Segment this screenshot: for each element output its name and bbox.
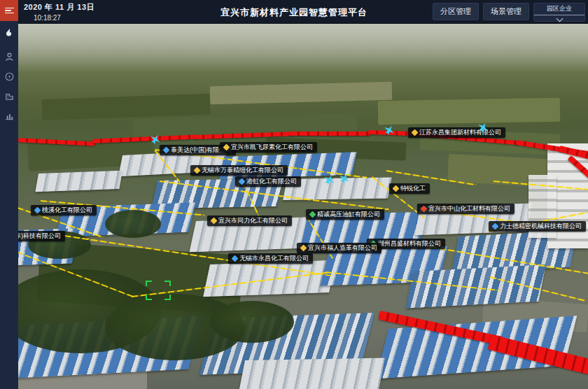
left-toolbar (0, 0, 18, 389)
sidebar-item-alarm[interactable] (0, 25, 18, 41)
company-label[interactable]: 宜兴市中山化工材料有限公司 (417, 204, 514, 214)
field-patch (378, 98, 561, 125)
company-label[interactable]: 无锡市永昌化工有限公司 (228, 253, 313, 264)
company-label[interactable]: 桃溪化工有限公司 (31, 205, 97, 215)
company-label-text: 无锡市永昌化工有限公司 (239, 255, 309, 262)
company-label-text: 特锐化工 (400, 185, 426, 192)
factory-icon (4, 91, 15, 101)
company-marker-icon (421, 206, 428, 213)
company-marker-icon (492, 223, 499, 230)
company-label[interactable]: 江苏永昌集团新材料有限公司 (408, 127, 505, 138)
company-label-text: 江苏永昌集团新材料有限公司 (419, 129, 501, 136)
company-label-text: 精诚高压油缸有限公司 (317, 211, 380, 218)
sidebar-item-statistics[interactable] (0, 108, 18, 123)
company-label-text: 宜兴市凯飞尿素化工有限公司 (231, 144, 313, 150)
company-marker-icon (194, 167, 201, 174)
park-enterprise-dropdown[interactable]: 园区企业 (533, 3, 585, 22)
company-label[interactable]: 特锐化工 (389, 183, 430, 194)
selection-corner (164, 295, 171, 300)
bar-chart-icon (4, 111, 15, 121)
person-icon (4, 52, 15, 62)
company-label[interactable]: 宜兴市福人造革有限公司 (297, 243, 382, 253)
company-label[interactable]: 宜兴市凯飞尿素化工有限公司 (220, 142, 317, 153)
sidebar-item-enterprise[interactable] (0, 88, 18, 104)
company-label-text: 力士德精密机械科技有限公司 (500, 223, 582, 229)
selection-target-box[interactable] (146, 281, 171, 300)
company-marker-icon (393, 185, 400, 192)
company-label-text: 桃溪化工有限公司 (42, 207, 92, 213)
company-label[interactable]: 精诚高压油缸有限公司 (306, 209, 384, 220)
company-label[interactable]: 港虹化工有限公司 (235, 176, 301, 187)
sidebar-item-personnel[interactable] (0, 49, 18, 64)
company-label[interactable]: 力士德精密机械科技有限公司 (489, 221, 586, 232)
top-header: 2020 年 11 月 13日 10:18:27 宜兴市新材料产业园智慧管理平台… (0, 0, 588, 24)
company-marker-icon (211, 218, 218, 225)
hamburger-icon (5, 8, 14, 14)
energy-circle-icon (4, 71, 15, 82)
horizon-haze (18, 24, 588, 73)
dropdown-label: 园区企业 (534, 3, 584, 15)
company-label-text: 宜兴市福人造革有限公司 (308, 245, 377, 251)
field-patch (210, 82, 393, 105)
tree-canopy (105, 210, 161, 238)
company-label-text: 潮州昌盛材料有限公司 (378, 241, 441, 247)
tree-canopy (210, 301, 294, 343)
sidebar-item-energy[interactable] (0, 69, 18, 84)
company-marker-icon (34, 207, 41, 214)
zone-manage-button[interactable]: 分区管理 (433, 3, 479, 20)
building-cluster (239, 358, 385, 389)
flame-icon (4, 28, 15, 38)
traffic-ribbon-red (290, 132, 370, 136)
company-marker-icon (232, 255, 239, 262)
field-patch (42, 94, 211, 120)
company-marker-icon (223, 144, 230, 151)
company-marker-icon (412, 129, 419, 136)
company-label-text: 宜兴市同力化工有限公司 (218, 218, 288, 224)
company-marker-icon (300, 245, 307, 252)
company-label-text: 港虹化工有限公司 (246, 178, 297, 185)
selection-corner (146, 281, 152, 286)
company-label[interactable]: 宜兴市同力化工有限公司 (207, 215, 292, 226)
chevron-down-icon (556, 15, 563, 22)
company-label-text: 宜兴市中山化工材料有限公司 (428, 206, 510, 212)
selection-corner (146, 295, 152, 300)
company-label-text: 无锡市万泰精细化工有限公司 (202, 167, 284, 174)
building-cluster (35, 171, 122, 192)
company-marker-icon (239, 178, 246, 185)
selection-corner (164, 281, 171, 286)
sidebar-item-menu[interactable] (0, 0, 18, 21)
company-label[interactable]: 无锡市万泰精细化工有限公司 (190, 165, 288, 176)
scene-manage-button[interactable]: 场景管理 (483, 3, 529, 20)
company-marker-icon (309, 211, 316, 218)
company-marker-icon (163, 147, 170, 154)
